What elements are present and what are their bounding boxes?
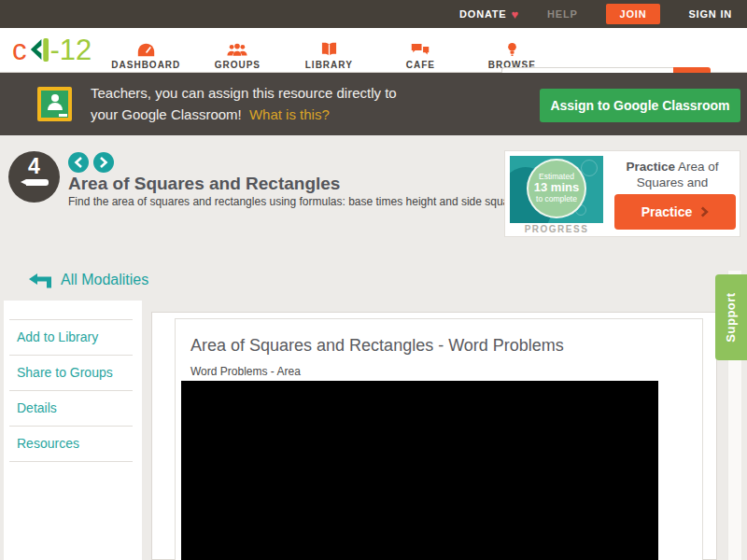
chevron-right-icon xyxy=(99,157,108,168)
next-modality-button[interactable] xyxy=(93,152,114,173)
page-description: Find the area of squares and rectangles … xyxy=(68,195,529,208)
google-classroom-icon xyxy=(37,87,72,121)
ck12-logo[interactable]: c -12 xyxy=(12,35,92,64)
nav-item-library[interactable]: LIBRARY xyxy=(293,31,364,70)
google-classroom-banner: Teachers, you can assign this resource d… xyxy=(0,73,747,135)
dashboard-gauge-icon xyxy=(137,43,155,57)
return-arrow-icon xyxy=(28,273,52,288)
page-title: Area of Squares and Rectangles xyxy=(68,174,340,194)
all-modalities-link[interactable]: All Modalities xyxy=(28,272,148,288)
cafe-chat-icon xyxy=(411,43,430,57)
modality-badge: 4 xyxy=(8,151,60,203)
top-utility-bar: DONATE♥ HELP JOIN SIGN IN xyxy=(0,0,747,28)
practice-button[interactable]: Practice xyxy=(614,194,736,230)
heart-icon: ♥ xyxy=(511,7,519,21)
groups-people-icon xyxy=(227,43,247,57)
practice-progress-thumbnail[interactable]: Estimated 13 mins to complete xyxy=(510,156,603,223)
video-player[interactable] xyxy=(181,381,658,560)
sidebar-item-share-to-groups[interactable]: Share to Groups xyxy=(9,356,133,391)
library-book-icon xyxy=(321,42,337,57)
nav-menu: DASHBOARD GROUPS LIBRARY CAFE xyxy=(110,31,547,70)
lesson-content-panel: Area of Squares and Rectangles - Word Pr… xyxy=(175,318,703,560)
donate-link[interactable]: DONATE♥ xyxy=(459,7,519,21)
lesson-sidebar: Add to Library Share to Groups Details R… xyxy=(4,301,142,560)
nav-item-groups[interactable]: GROUPS xyxy=(202,31,273,70)
content-heading: Area of Squares and Rectangles - Word Pr… xyxy=(190,336,702,356)
chevron-right-icon xyxy=(700,206,709,217)
previous-modality-button[interactable] xyxy=(68,152,89,173)
estimated-time-badge: Estimated 13 mins to complete xyxy=(527,159,586,218)
sidebar-item-resources[interactable]: Resources xyxy=(9,427,133,462)
crayon-icon xyxy=(26,179,49,186)
logo-k-arrow-icon xyxy=(28,37,49,63)
classroom-banner-message: Teachers, you can assign this resource d… xyxy=(91,82,397,125)
browse-lightbulb-icon xyxy=(507,42,517,57)
support-tab[interactable]: Support xyxy=(715,274,747,360)
progress-label: PROGRESS xyxy=(510,224,603,234)
what-is-this-link[interactable]: What is this? xyxy=(249,106,330,122)
nav-item-dashboard[interactable]: DASHBOARD xyxy=(110,31,181,70)
join-button[interactable]: JOIN xyxy=(606,4,661,24)
assign-to-google-classroom-button[interactable]: Assign to Google Classroom xyxy=(540,89,740,122)
sidebar-item-details[interactable]: Details xyxy=(9,391,133,427)
content-card: Area of Squares and Rectangles - Word Pr… xyxy=(151,312,717,560)
main-navbar: c -12 DASHBOARD GROUPS xyxy=(0,28,747,73)
content-subheading: Word Problems - Area xyxy=(190,365,702,378)
modality-number: 4 xyxy=(8,155,60,177)
support-tab-label: Support xyxy=(715,274,747,360)
chevron-left-icon xyxy=(74,157,83,168)
nav-item-browse[interactable]: BROWSE xyxy=(476,31,547,70)
sidebar-item-add-to-library[interactable]: Add to Library xyxy=(9,320,133,356)
nav-item-cafe[interactable]: CAFE xyxy=(385,31,456,70)
sidebar-list: Add to Library Share to Groups Details R… xyxy=(9,319,133,462)
sign-in-link[interactable]: SIGN IN xyxy=(688,8,732,20)
practice-card: Estimated 13 mins to complete PROGRESS P… xyxy=(504,150,740,237)
help-link[interactable]: HELP xyxy=(547,8,578,20)
